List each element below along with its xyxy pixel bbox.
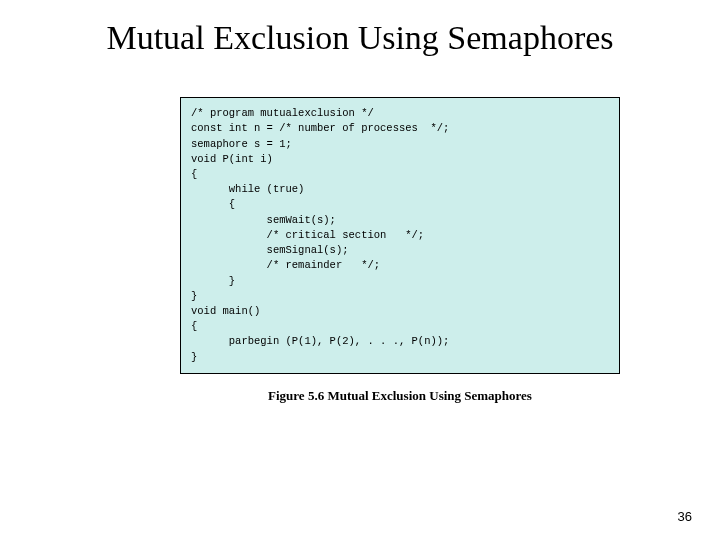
slide: Mutual Exclusion Using Semaphores /* pro…: [0, 0, 720, 540]
code-line: }: [191, 290, 197, 302]
code-line: /* remainder */;: [191, 259, 380, 271]
code-line: }: [191, 275, 235, 287]
code-line: /* program mutualexclusion */: [191, 107, 374, 119]
code-line: semWait(s);: [191, 214, 336, 226]
code-line: const int n = /* number of processes */;: [191, 122, 449, 134]
code-line: void P(int i): [191, 153, 273, 165]
code-line: while (true): [191, 183, 304, 195]
code-listing: /* program mutualexclusion */ const int …: [180, 97, 620, 374]
code-line: {: [191, 168, 197, 180]
page-title: Mutual Exclusion Using Semaphores: [90, 18, 630, 57]
code-line: parbegin (P(1), P(2), . . ., P(n));: [191, 335, 449, 347]
code-line: /* critical section */;: [191, 229, 424, 241]
code-line: semaphore s = 1;: [191, 138, 292, 150]
code-line: {: [191, 198, 235, 210]
code-line: semSignal(s);: [191, 244, 349, 256]
code-line: }: [191, 351, 197, 363]
code-line: {: [191, 320, 197, 332]
code-line: void main(): [191, 305, 260, 317]
page-number: 36: [678, 509, 692, 524]
figure-caption: Figure 5.6 Mutual Exclusion Using Semaph…: [180, 388, 620, 404]
